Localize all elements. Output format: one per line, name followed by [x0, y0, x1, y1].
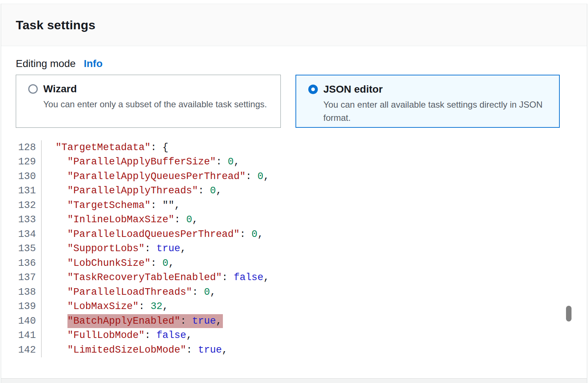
code-token: :: [246, 171, 257, 182]
code-token: :: [174, 214, 186, 225]
scrollbar-thumb[interactable]: [566, 306, 572, 321]
code-token: "InlineLobMaxSize": [67, 214, 174, 225]
radio-icon[interactable]: [28, 84, 38, 94]
code-line[interactable]: 138 "ParallelLoadThreads": 0,: [16, 285, 572, 300]
code-token: ,: [216, 185, 222, 196]
line-number: 142: [16, 343, 42, 357]
line-number: 128: [16, 140, 42, 155]
code-line-text: "LobChunkSize": 0,: [42, 258, 174, 269]
code-token: :: [222, 272, 234, 283]
code-line-text: "SupportLobs": true,: [42, 243, 186, 254]
code-line[interactable]: 129 "ParallelApplyBufferSize": 0,: [16, 155, 572, 170]
code-token: 0: [257, 171, 263, 182]
code-token: "FullLobMode": [67, 330, 145, 341]
code-line[interactable]: 142 "LimitedSizeLobMode": true,: [16, 343, 572, 357]
option-head: JSON editor: [308, 83, 550, 95]
code-line[interactable]: 130 "ParallelApplyQueuesPerThread": 0,: [16, 169, 572, 184]
code-token: "BatchApplyEnabled": [67, 316, 180, 327]
page-title: Task settings: [16, 18, 95, 32]
code-line[interactable]: 133 "InlineLobMaxSize": 0,: [16, 213, 572, 227]
code-token: 0: [210, 185, 216, 196]
code-token: "ParallelApplyBufferSize": [67, 156, 216, 167]
line-number: 141: [16, 328, 42, 343]
code-token: :: [139, 301, 150, 312]
line-number: 139: [16, 300, 42, 314]
code-line[interactable]: 141 "FullLobMode": false,: [16, 328, 572, 343]
code-line-text: "LobMaxSize": 32,: [42, 301, 168, 312]
code-line-text: "TaskRecoveryTableEnabled": false,: [42, 272, 269, 283]
code-token: true: [198, 345, 222, 356]
code-token: 0: [162, 258, 168, 269]
line-number: 135: [16, 242, 42, 256]
option-title: JSON editor: [323, 83, 383, 95]
info-link[interactable]: Info: [84, 58, 102, 70]
code-line-text: "LimitedSizeLobMode": true,: [42, 345, 228, 356]
code-token: :: [240, 229, 251, 240]
code-token: :: [186, 345, 198, 356]
option-card-json-editor[interactable]: JSON editor You can enter all available …: [295, 75, 560, 128]
line-number: 138: [16, 285, 42, 300]
code-token: ,: [216, 316, 222, 327]
code-token: ,: [257, 229, 263, 240]
code-line[interactable]: 132 "TargetSchema": "",: [16, 198, 572, 213]
radio-icon[interactable]: [308, 85, 318, 94]
code-token: "LobChunkSize": [67, 258, 151, 269]
json-code-editor[interactable]: 128 "TargetMetadata": {129 "ParallelAppl…: [16, 140, 572, 357]
code-line-text: "FullLobMode": false,: [42, 330, 192, 341]
code-token: :: [198, 185, 210, 196]
code-token: true: [157, 243, 180, 254]
code-line-text: "ParallelLoadThreads": 0,: [42, 287, 216, 298]
code-line-text: "TargetMetadata": {: [42, 142, 168, 153]
editing-mode-row: Editing mode Info: [16, 58, 572, 70]
code-line-text: "ParallelLoadQueuesPerThread": 0,: [42, 229, 264, 240]
line-number: 140: [16, 314, 42, 328]
code-line-text: "BatchApplyEnabled": true,: [42, 316, 223, 327]
task-settings-panel: Task settings Editing mode Info Wizard Y…: [1, 4, 587, 383]
line-number: 133: [16, 213, 42, 227]
code-token: ,: [162, 301, 168, 312]
code-line-text: "ParallelApplyBufferSize": 0,: [42, 156, 240, 167]
code-token: "LobMaxSize": [67, 301, 139, 312]
panel-header: Task settings: [1, 4, 587, 46]
line-number: 137: [16, 271, 42, 285]
code-line[interactable]: 128 "TargetMetadata": {: [16, 140, 572, 155]
panel-footer-strip: [1, 378, 587, 383]
editing-mode-options: Wizard You can enter only a subset of th…: [16, 75, 572, 128]
code-token: true: [192, 316, 216, 327]
code-lines: 128 "TargetMetadata": {129 "ParallelAppl…: [16, 140, 572, 357]
code-line[interactable]: 139 "LobMaxSize": 32,: [16, 300, 572, 314]
code-line[interactable]: 136 "LobChunkSize": 0,: [16, 256, 572, 271]
option-card-wizard[interactable]: Wizard You can enter only a subset of th…: [16, 75, 281, 128]
code-line-text: "ParallelApplyThreads": 0,: [42, 185, 222, 196]
option-title: Wizard: [43, 83, 77, 95]
line-number: 130: [16, 169, 42, 184]
code-line[interactable]: 137 "TaskRecoveryTableEnabled": false,: [16, 271, 572, 285]
code-token: ,: [180, 243, 186, 254]
highlighted-code: "BatchApplyEnabled": true,: [67, 314, 223, 328]
editing-mode-label: Editing mode: [16, 58, 76, 70]
code-token: : "",: [151, 200, 180, 211]
code-line-text: "TargetSchema": "",: [42, 200, 180, 211]
code-token: 0: [204, 287, 210, 298]
code-token: :: [180, 316, 192, 327]
code-token: ,: [186, 330, 192, 341]
code-line-text: "InlineLobMaxSize": 0,: [42, 214, 198, 225]
code-token: : {: [151, 142, 169, 153]
code-token: ,: [192, 214, 198, 225]
code-token: "ParallelApplyQueuesPerThread": [67, 171, 246, 182]
code-token: "LimitedSizeLobMode": [67, 345, 186, 356]
line-number: 131: [16, 184, 42, 198]
code-token: ,: [210, 287, 216, 298]
code-token: 32: [151, 301, 162, 312]
code-token: 0: [228, 156, 234, 167]
code-line[interactable]: 131 "ParallelApplyThreads": 0,: [16, 184, 572, 198]
code-token: 0: [251, 229, 257, 240]
code-line[interactable]: 135 "SupportLobs": true,: [16, 242, 572, 256]
option-description: You can enter only a subset of the avail…: [43, 98, 272, 111]
code-line[interactable]: 140 "BatchApplyEnabled": true,: [16, 314, 572, 328]
code-token: "ParallelLoadQueuesPerThread": [67, 229, 240, 240]
code-token: ,: [168, 258, 174, 269]
code-line[interactable]: 134 "ParallelLoadQueuesPerThread": 0,: [16, 227, 572, 242]
code-token: ,: [234, 156, 240, 167]
code-line-text: "ParallelApplyQueuesPerThread": 0,: [42, 171, 269, 182]
